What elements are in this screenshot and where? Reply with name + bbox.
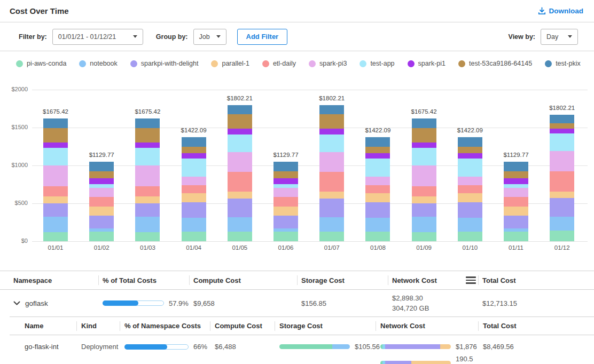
bar-segment-parallel-1[interactable]: [135, 196, 160, 203]
bar-segment-spark-pi3[interactable]: [228, 152, 252, 172]
bar-segment-etl-daily[interactable]: [228, 172, 252, 192]
bar-segment-etl-daily[interactable]: [458, 185, 482, 193]
bar-segment-test-pkix[interactable]: [458, 137, 482, 147]
bar-segment-test-53ca9186-64145[interactable]: [504, 171, 528, 178]
bar-segment-test-53ca9186-64145[interactable]: [412, 128, 436, 143]
bar-segment-notebook[interactable]: [43, 217, 68, 232]
bar-segment-test-53ca9186-64145[interactable]: [273, 171, 298, 178]
bar-segment-spark-pi3[interactable]: [89, 188, 114, 197]
bar-segment-notebook[interactable]: [273, 228, 298, 232]
bar-segment-spark-pi3[interactable]: [319, 152, 344, 172]
bar-segment-notebook[interactable]: [182, 218, 206, 232]
bar-segment-test-app[interactable]: [89, 184, 114, 188]
bar-segment-sparkpi-with-delight[interactable]: [550, 198, 574, 217]
bar-segment-parallel-1[interactable]: [319, 192, 344, 199]
bar-segment-test-app[interactable]: [550, 133, 574, 151]
stacked-bar-01/03[interactable]: [135, 118, 160, 241]
bar-segment-test-app[interactable]: [182, 159, 206, 176]
bar-segment-test-53ca9186-64145[interactable]: [550, 123, 574, 129]
bar-segment-notebook[interactable]: [228, 217, 252, 232]
bar-segment-sparkpi-with-delight[interactable]: [504, 216, 528, 228]
bar-segment-test-pkix[interactable]: [43, 118, 68, 128]
column-settings-icon[interactable]: [466, 275, 476, 286]
bar-segment-etl-daily[interactable]: [89, 197, 114, 207]
stacked-bar-01/06[interactable]: [273, 162, 298, 241]
bar-segment-notebook[interactable]: [550, 217, 574, 231]
bar-segment-spark-pi1[interactable]: [89, 178, 114, 184]
legend-item[interactable]: sparkpi-with-delight: [130, 60, 199, 67]
bar-segment-spark-pi1[interactable]: [550, 129, 574, 133]
legend-item[interactable]: pi-aws-conda: [16, 60, 66, 67]
bar-segment-etl-daily[interactable]: [365, 185, 390, 193]
bar-segment-sparkpi-with-delight[interactable]: [228, 199, 252, 217]
bar-segment-etl-daily[interactable]: [273, 197, 298, 207]
bar-segment-test-app[interactable]: [365, 159, 390, 176]
bar-segment-spark-pi3[interactable]: [182, 177, 206, 186]
bar-segment-pi-aws-conda[interactable]: [550, 231, 574, 241]
bar-segment-sparkpi-with-delight[interactable]: [182, 202, 206, 217]
bar-segment-sparkpi-with-delight[interactable]: [319, 199, 344, 217]
legend-item[interactable]: notebook: [79, 60, 117, 67]
bar-segment-test-pkix[interactable]: [504, 162, 528, 171]
legend-item[interactable]: etl-daily: [262, 60, 296, 67]
bar-segment-pi-aws-conda[interactable]: [273, 232, 298, 241]
bar-segment-spark-pi1[interactable]: [319, 129, 344, 134]
bar-segment-sparkpi-with-delight[interactable]: [273, 216, 298, 228]
bar-segment-test-pkix[interactable]: [135, 118, 160, 128]
bar-segment-etl-daily[interactable]: [135, 186, 160, 196]
bar-segment-notebook[interactable]: [458, 218, 482, 232]
bar-segment-sparkpi-with-delight[interactable]: [43, 203, 68, 217]
group-by-select[interactable]: Job: [193, 29, 226, 45]
bar-segment-test-app[interactable]: [273, 184, 298, 188]
stacked-bar-01/04[interactable]: [182, 137, 206, 241]
bar-segment-spark-pi1[interactable]: [43, 143, 68, 148]
bar-segment-spark-pi1[interactable]: [135, 143, 160, 148]
bar-segment-sparkpi-with-delight[interactable]: [412, 203, 436, 217]
bar-segment-sparkpi-with-delight[interactable]: [135, 203, 160, 217]
bar-segment-spark-pi3[interactable]: [412, 165, 436, 186]
bar-segment-pi-aws-conda[interactable]: [228, 232, 252, 241]
stacked-bar-01/08[interactable]: [365, 137, 390, 241]
bar-segment-spark-pi1[interactable]: [412, 143, 436, 148]
bar-segment-spark-pi1[interactable]: [365, 153, 390, 159]
view-by-select[interactable]: Day: [541, 29, 578, 45]
bar-segment-sparkpi-with-delight[interactable]: [365, 202, 390, 217]
bar-segment-parallel-1[interactable]: [89, 207, 114, 216]
bar-segment-test-53ca9186-64145[interactable]: [43, 128, 68, 143]
bar-segment-parallel-1[interactable]: [43, 196, 68, 203]
bar-segment-pi-aws-conda[interactable]: [458, 232, 482, 241]
date-range-select[interactable]: 01/01/21 - 01/12/21: [52, 29, 143, 45]
bar-segment-test-app[interactable]: [43, 148, 68, 165]
bar-segment-etl-daily[interactable]: [550, 171, 574, 192]
bar-segment-pi-aws-conda[interactable]: [182, 232, 206, 241]
bar-segment-parallel-1[interactable]: [182, 193, 206, 202]
bar-segment-test-app[interactable]: [135, 148, 160, 165]
bar-segment-spark-pi1[interactable]: [228, 129, 252, 134]
legend-item[interactable]: test-53ca9186-64145: [458, 60, 532, 67]
bar-segment-parallel-1[interactable]: [228, 192, 252, 199]
bar-segment-spark-pi3[interactable]: [273, 188, 298, 197]
bar-segment-pi-aws-conda[interactable]: [89, 232, 114, 241]
bar-segment-parallel-1[interactable]: [412, 196, 436, 203]
legend-item[interactable]: spark-pi1: [408, 60, 446, 67]
bar-segment-parallel-1[interactable]: [365, 193, 390, 202]
bar-segment-notebook[interactable]: [504, 228, 528, 232]
bar-segment-etl-daily[interactable]: [43, 186, 68, 196]
bar-segment-parallel-1[interactable]: [550, 192, 574, 198]
bar-segment-spark-pi3[interactable]: [365, 177, 390, 186]
bar-segment-etl-daily[interactable]: [319, 172, 344, 192]
bar-segment-pi-aws-conda[interactable]: [43, 232, 68, 241]
bar-segment-test-53ca9186-64145[interactable]: [135, 128, 160, 143]
stacked-bar-01/05[interactable]: [228, 105, 252, 241]
stacked-bar-01/12[interactable]: [550, 115, 574, 241]
download-button[interactable]: Download: [538, 7, 584, 15]
stacked-bar-01/11[interactable]: [504, 162, 528, 241]
bar-segment-test-app[interactable]: [412, 148, 436, 165]
namespace-expander[interactable]: goflask: [13, 299, 103, 307]
bar-segment-spark-pi1[interactable]: [182, 153, 206, 159]
bar-segment-pi-aws-conda[interactable]: [504, 232, 528, 241]
bar-segment-notebook[interactable]: [319, 217, 344, 232]
bar-segment-etl-daily[interactable]: [504, 197, 528, 207]
bar-segment-pi-aws-conda[interactable]: [365, 232, 390, 241]
bar-segment-test-53ca9186-64145[interactable]: [228, 114, 252, 129]
